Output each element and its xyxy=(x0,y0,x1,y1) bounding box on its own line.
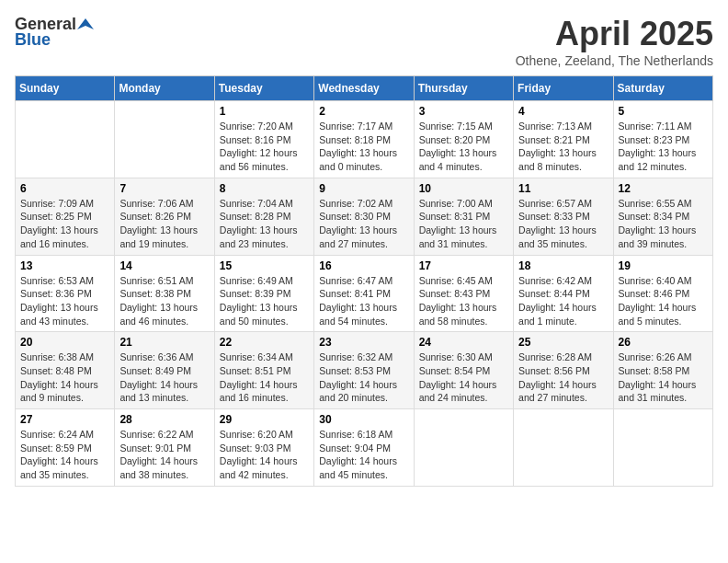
calendar-cell: 27Sunrise: 6:24 AM Sunset: 8:59 PM Dayli… xyxy=(16,409,115,487)
day-info: Sunrise: 6:18 AM Sunset: 9:04 PM Dayligh… xyxy=(319,428,408,482)
day-number: 4 xyxy=(518,105,608,118)
calendar-cell: 29Sunrise: 6:20 AM Sunset: 9:03 PM Dayli… xyxy=(214,409,313,487)
day-info: Sunrise: 6:53 AM Sunset: 8:36 PM Dayligh… xyxy=(20,274,109,328)
calendar-cell xyxy=(16,101,115,178)
day-info: Sunrise: 6:40 AM Sunset: 8:46 PM Dayligh… xyxy=(619,274,708,328)
calendar-cell: 4Sunrise: 7:13 AM Sunset: 8:21 PM Daylig… xyxy=(514,101,613,178)
day-info: Sunrise: 6:47 AM Sunset: 8:41 PM Dayligh… xyxy=(319,274,408,328)
day-info: Sunrise: 7:02 AM Sunset: 8:30 PM Dayligh… xyxy=(319,197,408,251)
calendar-cell xyxy=(613,409,712,487)
day-info: Sunrise: 6:36 AM Sunset: 8:49 PM Dayligh… xyxy=(119,350,209,405)
day-info: Sunrise: 6:57 AM Sunset: 8:33 PM Dayligh… xyxy=(518,197,608,251)
day-info: Sunrise: 6:55 AM Sunset: 8:34 PM Dayligh… xyxy=(619,197,708,251)
calendar-cell: 11Sunrise: 6:57 AM Sunset: 8:33 PM Dayli… xyxy=(514,178,613,255)
svg-marker-0 xyxy=(77,18,94,29)
day-number: 28 xyxy=(119,413,209,426)
day-number: 10 xyxy=(419,182,508,195)
calendar-table: SundayMondayTuesdayWednesdayThursdayFrid… xyxy=(15,75,713,487)
day-info: Sunrise: 6:34 AM Sunset: 8:51 PM Dayligh… xyxy=(220,350,309,405)
day-number: 24 xyxy=(419,336,508,349)
calendar-cell: 3Sunrise: 7:15 AM Sunset: 8:20 PM Daylig… xyxy=(414,101,513,178)
day-number: 19 xyxy=(619,259,708,272)
logo-bird-icon xyxy=(77,17,94,33)
day-info: Sunrise: 6:38 AM Sunset: 8:48 PM Dayligh… xyxy=(20,350,109,405)
day-number: 9 xyxy=(319,182,408,195)
calendar-header-row: SundayMondayTuesdayWednesdayThursdayFrid… xyxy=(16,76,713,101)
day-info: Sunrise: 6:28 AM Sunset: 8:56 PM Dayligh… xyxy=(518,350,608,405)
day-info: Sunrise: 6:22 AM Sunset: 9:01 PM Dayligh… xyxy=(119,428,209,482)
calendar-week-1: 1Sunrise: 7:20 AM Sunset: 8:16 PM Daylig… xyxy=(16,101,713,178)
column-header-sunday: Sunday xyxy=(16,76,115,101)
day-number: 27 xyxy=(20,413,109,426)
calendar-cell: 17Sunrise: 6:45 AM Sunset: 8:43 PM Dayli… xyxy=(414,255,513,332)
calendar-week-3: 13Sunrise: 6:53 AM Sunset: 8:36 PM Dayli… xyxy=(16,255,713,332)
calendar-week-5: 27Sunrise: 6:24 AM Sunset: 8:59 PM Dayli… xyxy=(16,409,713,487)
day-info: Sunrise: 6:30 AM Sunset: 8:54 PM Dayligh… xyxy=(419,350,508,405)
calendar-cell: 28Sunrise: 6:22 AM Sunset: 9:01 PM Dayli… xyxy=(115,409,214,487)
calendar-cell xyxy=(514,409,613,487)
column-header-tuesday: Tuesday xyxy=(214,76,313,101)
calendar-week-2: 6Sunrise: 7:09 AM Sunset: 8:25 PM Daylig… xyxy=(16,178,713,255)
calendar-cell xyxy=(414,409,513,487)
month-title: April 2025 xyxy=(516,15,713,53)
calendar-cell: 23Sunrise: 6:32 AM Sunset: 8:53 PM Dayli… xyxy=(314,332,414,409)
day-number: 8 xyxy=(220,182,309,195)
day-info: Sunrise: 6:49 AM Sunset: 8:39 PM Dayligh… xyxy=(220,274,309,328)
calendar-week-4: 20Sunrise: 6:38 AM Sunset: 8:48 PM Dayli… xyxy=(16,332,713,409)
day-info: Sunrise: 6:45 AM Sunset: 8:43 PM Dayligh… xyxy=(419,274,508,328)
day-info: Sunrise: 7:04 AM Sunset: 8:28 PM Dayligh… xyxy=(220,197,309,251)
day-number: 18 xyxy=(518,259,608,272)
day-info: Sunrise: 6:42 AM Sunset: 8:44 PM Dayligh… xyxy=(518,274,608,328)
day-info: Sunrise: 6:24 AM Sunset: 8:59 PM Dayligh… xyxy=(20,428,109,482)
day-number: 5 xyxy=(619,105,708,118)
column-header-monday: Monday xyxy=(115,76,214,101)
day-number: 3 xyxy=(419,105,508,118)
day-info: Sunrise: 6:26 AM Sunset: 8:58 PM Dayligh… xyxy=(619,350,708,405)
calendar-cell: 5Sunrise: 7:11 AM Sunset: 8:23 PM Daylig… xyxy=(613,101,712,178)
calendar-cell: 16Sunrise: 6:47 AM Sunset: 8:41 PM Dayli… xyxy=(314,255,414,332)
day-info: Sunrise: 6:32 AM Sunset: 8:53 PM Dayligh… xyxy=(319,350,408,405)
day-number: 11 xyxy=(518,182,608,195)
calendar-cell: 13Sunrise: 6:53 AM Sunset: 8:36 PM Dayli… xyxy=(16,255,115,332)
calendar-cell: 6Sunrise: 7:09 AM Sunset: 8:25 PM Daylig… xyxy=(16,178,115,255)
day-info: Sunrise: 7:11 AM Sunset: 8:23 PM Dayligh… xyxy=(619,120,708,174)
day-number: 15 xyxy=(220,259,309,272)
day-number: 20 xyxy=(20,336,109,349)
day-number: 1 xyxy=(220,105,309,118)
page-header: General Blue April 2025 Othene, Zeeland,… xyxy=(15,15,713,68)
calendar-cell: 9Sunrise: 7:02 AM Sunset: 8:30 PM Daylig… xyxy=(314,178,414,255)
day-number: 30 xyxy=(319,413,408,426)
day-number: 16 xyxy=(319,259,408,272)
day-number: 23 xyxy=(319,336,408,349)
calendar-cell xyxy=(115,101,214,178)
day-number: 21 xyxy=(119,336,209,349)
location-text: Othene, Zeeland, The Netherlands xyxy=(516,53,713,68)
day-number: 22 xyxy=(220,336,309,349)
day-number: 17 xyxy=(419,259,508,272)
day-number: 6 xyxy=(20,182,109,195)
day-info: Sunrise: 7:09 AM Sunset: 8:25 PM Dayligh… xyxy=(20,197,109,251)
calendar-cell: 26Sunrise: 6:26 AM Sunset: 8:58 PM Dayli… xyxy=(613,332,712,409)
day-number: 13 xyxy=(20,259,109,272)
day-number: 29 xyxy=(220,413,309,426)
calendar-cell: 8Sunrise: 7:04 AM Sunset: 8:28 PM Daylig… xyxy=(214,178,313,255)
day-info: Sunrise: 7:00 AM Sunset: 8:31 PM Dayligh… xyxy=(419,197,508,251)
day-info: Sunrise: 6:51 AM Sunset: 8:38 PM Dayligh… xyxy=(119,274,209,328)
day-info: Sunrise: 7:20 AM Sunset: 8:16 PM Dayligh… xyxy=(220,120,309,174)
column-header-saturday: Saturday xyxy=(613,76,712,101)
day-info: Sunrise: 6:20 AM Sunset: 9:03 PM Dayligh… xyxy=(220,428,309,482)
calendar-cell: 1Sunrise: 7:20 AM Sunset: 8:16 PM Daylig… xyxy=(214,101,313,178)
calendar-cell: 21Sunrise: 6:36 AM Sunset: 8:49 PM Dayli… xyxy=(115,332,214,409)
day-info: Sunrise: 7:17 AM Sunset: 8:18 PM Dayligh… xyxy=(319,120,408,174)
day-info: Sunrise: 7:06 AM Sunset: 8:26 PM Dayligh… xyxy=(119,197,209,251)
calendar-cell: 24Sunrise: 6:30 AM Sunset: 8:54 PM Dayli… xyxy=(414,332,513,409)
logo-blue-text: Blue xyxy=(15,30,51,50)
column-header-wednesday: Wednesday xyxy=(314,76,414,101)
calendar-cell: 25Sunrise: 6:28 AM Sunset: 8:56 PM Dayli… xyxy=(514,332,613,409)
day-number: 14 xyxy=(119,259,209,272)
day-info: Sunrise: 7:15 AM Sunset: 8:20 PM Dayligh… xyxy=(419,120,508,174)
logo: General Blue xyxy=(15,15,95,50)
day-number: 2 xyxy=(319,105,408,118)
day-number: 7 xyxy=(119,182,209,195)
calendar-cell: 30Sunrise: 6:18 AM Sunset: 9:04 PM Dayli… xyxy=(314,409,414,487)
